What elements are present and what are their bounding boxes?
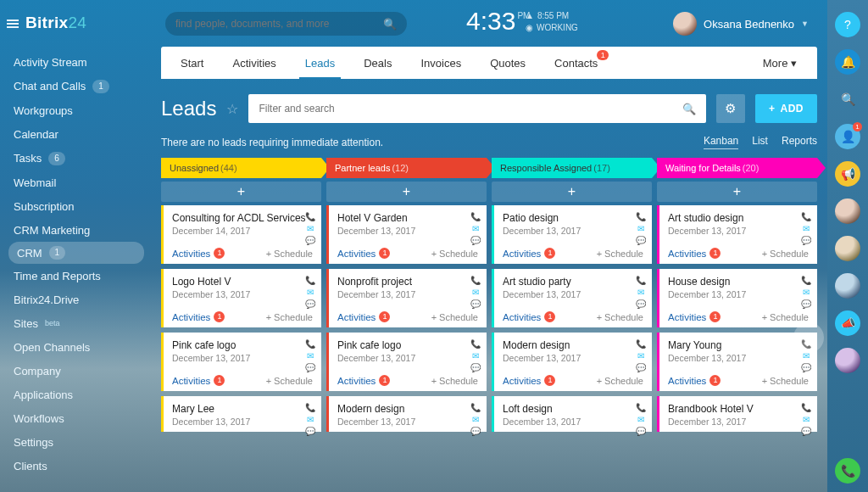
lead-card[interactable]: 📞✉💬Modern designDecember 13, 2017Activit… (492, 333, 652, 391)
help-button[interactable]: ? (835, 12, 860, 37)
scroll-right-button[interactable]: › (793, 322, 824, 353)
tabs-more[interactable]: More ▾ (763, 57, 812, 70)
sidebar-item[interactable]: Workgroups (0, 98, 153, 122)
sidebar-item[interactable]: Tasks6 (0, 146, 153, 171)
mail-icon[interactable]: ✉ (304, 351, 316, 361)
activities-link[interactable]: Activities (503, 376, 541, 386)
lead-card[interactable]: 📞✉💬Art studio partyDecember 13, 2017Acti… (492, 269, 652, 327)
add-card-button[interactable]: + (161, 182, 321, 202)
sidebar-item[interactable]: Open Channels (0, 335, 153, 359)
schedule-link[interactable]: + Schedule (597, 249, 643, 259)
column-header[interactable]: Responsible Assigned (17) (492, 158, 652, 178)
mail-icon[interactable]: ✉ (304, 415, 316, 424)
mail-icon[interactable]: ✉ (304, 288, 316, 297)
view-kanban[interactable]: Kanban (704, 135, 738, 149)
contact-avatar[interactable] (835, 236, 860, 261)
mail-icon[interactable]: ✉ (470, 288, 481, 297)
lead-card[interactable]: 📞✉💬Patio designDecember 13, 2017Activiti… (492, 205, 652, 264)
chat-icon[interactable]: 💬 (470, 363, 481, 372)
lead-card[interactable]: 📞✉💬Modern designDecember 13, 2017 (326, 396, 487, 432)
tab[interactable]: Activities (218, 47, 290, 79)
schedule-link[interactable]: + Schedule (431, 312, 478, 322)
person-button[interactable]: 👤1 (835, 124, 860, 149)
schedule-link[interactable]: + Schedule (266, 312, 313, 322)
tab[interactable]: Invoices (406, 47, 476, 79)
mail-icon[interactable]: ✉ (470, 415, 481, 424)
sidebar-item[interactable]: Activity Stream (0, 50, 153, 74)
filter-input[interactable] (259, 103, 682, 115)
schedule-link[interactable]: + Schedule (762, 376, 809, 386)
phone-icon[interactable]: 📞 (635, 339, 647, 349)
phone-icon[interactable]: 📞 (635, 276, 647, 285)
mail-icon[interactable]: ✉ (635, 415, 647, 424)
chat-icon[interactable]: 💬 (800, 363, 812, 372)
sidebar-item[interactable]: Chat and Calls1 (0, 74, 153, 98)
chat-icon[interactable]: 💬 (470, 427, 481, 436)
chat-icon[interactable]: 💬 (470, 236, 481, 245)
mail-icon[interactable]: ✉ (635, 351, 647, 361)
sidebar-item[interactable]: Calendar (0, 122, 153, 146)
contact-avatar[interactable] (835, 273, 860, 299)
schedule-link[interactable]: + Schedule (266, 376, 313, 386)
lead-card[interactable]: 📞✉💬House designDecember 13, 2017Activiti… (657, 269, 817, 327)
favorite-star-icon[interactable]: ☆ (226, 101, 238, 117)
global-search[interactable]: 🔍 (165, 12, 407, 36)
activities-link[interactable]: Activities (337, 249, 376, 259)
lead-card[interactable]: 📞✉💬Nonprofit projectDecember 13, 2017Act… (326, 269, 487, 327)
phone-icon[interactable]: 📞 (635, 403, 647, 412)
mail-icon[interactable]: ✉ (635, 224, 647, 233)
phone-icon[interactable]: 📞 (470, 403, 481, 412)
menu-toggle-icon[interactable] (7, 18, 19, 30)
lead-card[interactable]: 📞✉💬Brandbook Hotel VDecember 13, 2017 (657, 396, 817, 432)
sidebar-item[interactable]: Workflows (0, 406, 153, 430)
lead-card[interactable]: 📞✉💬Logo Hotel VDecember 13, 2017Activiti… (161, 269, 321, 327)
lead-card[interactable]: 📞✉💬Loft designDecember 13, 2017 (492, 396, 652, 432)
phone-icon[interactable]: 📞 (470, 339, 481, 349)
chat-icon[interactable]: 💬 (304, 427, 316, 436)
chat-icon[interactable]: 💬 (304, 299, 316, 309)
sidebar-item[interactable]: Bitrix24.Drive (0, 288, 153, 311)
phone-icon[interactable]: 📞 (800, 276, 812, 285)
loudspeaker-button[interactable]: 📣 (835, 310, 860, 336)
schedule-link[interactable]: + Schedule (431, 376, 478, 386)
tab[interactable]: Quotes (476, 47, 540, 79)
chat-icon[interactable]: 💬 (304, 363, 316, 372)
activities-link[interactable]: Activities (503, 249, 541, 259)
mail-icon[interactable]: ✉ (800, 415, 812, 424)
chat-icon[interactable]: 💬 (470, 299, 481, 309)
settings-button[interactable]: ⚙ (716, 94, 745, 123)
view-reports[interactable]: Reports (782, 135, 817, 149)
chat-icon[interactable]: 💬 (800, 427, 812, 436)
lead-card[interactable]: 📞✉💬Pink cafe logoDecember 13, 2017Activi… (326, 333, 487, 391)
tab[interactable]: Deals (349, 47, 406, 79)
sidebar-item[interactable]: Clients (0, 454, 153, 478)
user-menu[interactable]: Oksana Bednenko ▼ (673, 12, 809, 36)
activities-link[interactable]: Activities (337, 376, 376, 386)
activities-link[interactable]: Activities (668, 376, 706, 386)
phone-icon[interactable]: 📞 (800, 403, 812, 412)
column-header[interactable]: Unassigned (44) (161, 158, 321, 178)
view-list[interactable]: List (752, 135, 768, 149)
phone-button[interactable]: 📞 (835, 458, 860, 484)
filter-search[interactable]: 🔍 (248, 94, 706, 123)
schedule-link[interactable]: + Schedule (762, 312, 809, 322)
notifications-button[interactable]: 🔔 (835, 49, 860, 75)
global-search-input[interactable] (175, 18, 383, 30)
mail-icon[interactable]: ✉ (800, 224, 812, 233)
mail-icon[interactable]: ✉ (470, 224, 481, 233)
chat-icon[interactable]: 💬 (635, 427, 647, 436)
mail-icon[interactable]: ✉ (800, 288, 812, 297)
sidebar-item[interactable]: Company (0, 359, 153, 383)
add-card-button[interactable]: + (657, 182, 817, 202)
phone-icon[interactable]: 📞 (470, 276, 481, 285)
schedule-link[interactable]: + Schedule (597, 312, 643, 322)
phone-icon[interactable]: 📞 (304, 212, 316, 221)
activities-link[interactable]: Activities (172, 376, 210, 386)
activities-link[interactable]: Activities (172, 249, 210, 259)
tab[interactable]: Leads (291, 47, 349, 79)
column-header[interactable]: Waiting for Details (20) (657, 158, 817, 178)
chat-icon[interactable]: 💬 (800, 299, 812, 309)
phone-icon[interactable]: 📞 (304, 339, 316, 349)
activities-link[interactable]: Activities (337, 312, 376, 322)
sidebar-item[interactable]: Subscription (0, 194, 153, 218)
